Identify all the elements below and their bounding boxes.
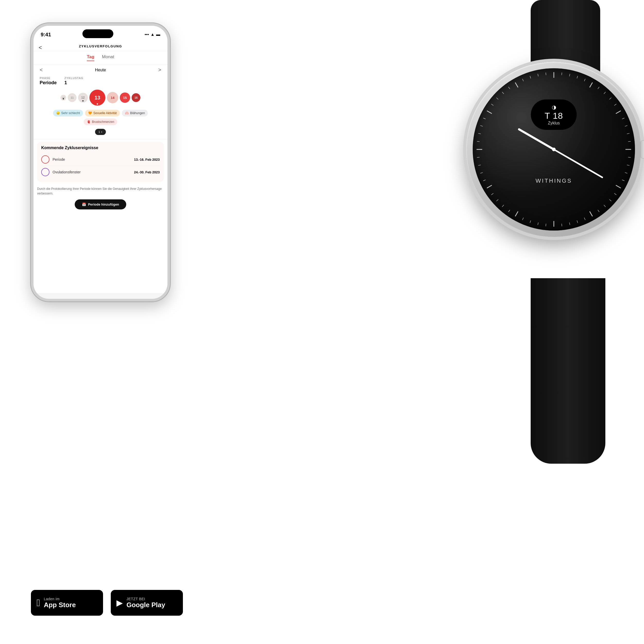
svg-line-39: [491, 193, 493, 195]
tab-row: Tag Monat: [33, 51, 167, 64]
symptom-sehr-schlecht[interactable]: 😞 Sehr schlecht: [53, 110, 83, 116]
svg-line-10: [616, 111, 621, 114]
zyklustag-value: 1: [64, 80, 67, 85]
hand-center: [552, 148, 556, 151]
symptom-blaehungen[interactable]: 🫁 Blähungen: [122, 110, 148, 116]
svg-line-9: [614, 104, 616, 106]
google-play-icon: ▶: [116, 598, 123, 608]
svg-line-22: [609, 199, 611, 201]
wifi-icon: ▲: [150, 32, 155, 37]
zyklustag-col: ZYKLUSTAG 1: [64, 77, 83, 86]
svg-line-40: [487, 185, 492, 188]
cycle-dot-13[interactable]: 13: [89, 90, 105, 106]
svg-line-53: [502, 92, 504, 94]
cycle-dot-16[interactable]: 16: [132, 93, 140, 102]
watch-mockup: ◑ T 18 Zyklus WITHINGS: [312, 0, 644, 464]
symptom-sexuelle[interactable]: 🧡 Sexuelle Aktivität: [85, 110, 120, 116]
svg-line-48: [480, 125, 483, 126]
svg-line-13: [627, 133, 630, 134]
svg-line-20: [616, 185, 621, 188]
google-badge-text: JETZT BEI Google Play: [126, 597, 165, 609]
svg-line-21: [614, 193, 616, 195]
svg-line-35: [515, 211, 518, 216]
google-badge-main: Google Play: [126, 601, 165, 609]
svg-line-54: [509, 87, 510, 89]
apple-badge-main: App Store: [44, 601, 76, 609]
divider: [33, 139, 167, 139]
svg-line-50: [487, 111, 492, 114]
bottom-btn-wrap: 📅 Periode hinzufügen: [33, 198, 167, 209]
svg-line-24: [598, 210, 599, 212]
info-text: Durch die Protokollierung Ihrer Periode …: [33, 184, 167, 198]
svg-line-16: [628, 157, 631, 157]
cycle-dot-12[interactable]: 12: [78, 93, 88, 103]
phone-mockup: 9:41 ▪▪▪ ▲ ▬ < ZYKLUSVERFOLGUNG Tag Mona…: [31, 23, 170, 301]
ovulation-icon: [41, 168, 49, 176]
svg-line-18: [625, 173, 628, 173]
apple-icon: : [37, 597, 40, 608]
phase-value: Periode: [40, 80, 57, 85]
symptom-label-3: Blähungen: [130, 111, 145, 115]
svg-line-36: [509, 210, 510, 212]
apple-badge[interactable]:  Laden im App Store: [31, 590, 103, 616]
phase-row: PHASE Periode ZYKLUSTAG 1: [33, 75, 167, 88]
svg-line-8: [609, 98, 611, 99]
dynamic-island: [82, 29, 113, 38]
svg-line-57: [530, 76, 531, 79]
symptom-tags: 😞 Sehr schlecht 🧡 Sexuelle Aktivität 🫁 B…: [33, 108, 167, 127]
svg-line-3: [577, 76, 578, 79]
tab-monat[interactable]: Monat: [102, 54, 114, 61]
status-icons: ▪▪▪ ▲ ▬: [145, 32, 160, 37]
svg-line-55: [515, 82, 518, 87]
svg-line-7: [604, 92, 606, 94]
cycle-dot-14[interactable]: 14: [107, 92, 118, 103]
zyklustag-label: ZYKLUSTAG: [64, 77, 83, 80]
svg-line-11: [622, 118, 624, 119]
svg-line-38: [496, 199, 498, 201]
watch-temp: T 18: [545, 111, 563, 121]
svg-line-32: [538, 223, 538, 225]
cycle-track: 10 11 12 13 14 15 16: [33, 88, 167, 108]
watch-face: ◑ T 18 Zyklus WITHINGS: [473, 68, 635, 231]
add-row: 1 +: [33, 127, 167, 137]
nav-today: Heute: [95, 68, 106, 72]
symptom-brustschmerzen[interactable]: 🫀 Brustschmerzen: [84, 118, 117, 125]
cycle-dot-15[interactable]: 15: [120, 92, 130, 103]
nav-prev[interactable]: <: [40, 67, 43, 73]
back-button[interactable]: <: [39, 44, 42, 51]
svg-line-37: [502, 205, 504, 207]
cycle-dot-11[interactable]: 11: [68, 93, 77, 102]
google-badge-sub: JETZT BEI: [126, 597, 165, 601]
cycle-dot-10[interactable]: 10: [61, 95, 66, 100]
signal-icon: ▪▪▪: [145, 32, 149, 37]
phase-col: PHASE Periode: [40, 77, 57, 86]
event-date-1: 13.-16. Feb 2023: [134, 158, 160, 162]
watch-case: ◑ T 18 Zyklus WITHINGS: [466, 62, 641, 237]
apple-badge-text: Laden im App Store: [44, 597, 76, 609]
upcoming-title: Kommende Zyklusereignisse: [41, 146, 160, 150]
app-screen: < ZYKLUSVERFOLGUNG Tag Monat < Heute > P…: [33, 41, 167, 293]
svg-line-25: [590, 211, 592, 216]
watch-crown: [640, 140, 644, 158]
svg-line-4: [584, 79, 585, 81]
heart-icon: 🧡: [88, 111, 92, 115]
breast-icon: 🫀: [87, 120, 91, 124]
phase-label: PHASE: [40, 77, 57, 80]
status-bar: 9:41 ▪▪▪ ▲ ▬: [33, 26, 167, 41]
plus-icon: +: [101, 130, 102, 133]
add-symptom-button[interactable]: 1 +: [95, 129, 106, 135]
google-badge[interactable]: ▶ JETZT BEI Google Play: [111, 590, 183, 616]
nav-next[interactable]: >: [158, 67, 161, 73]
watch-brand: WITHINGS: [473, 177, 635, 184]
svg-line-12: [625, 125, 628, 126]
app-title: ZYKLUSVERFOLGUNG: [79, 44, 122, 48]
badges-row:  Laden im App Store ▶ JETZT BEI Google …: [31, 590, 183, 616]
event-periode: Periode 13.-16. Feb 2023: [41, 153, 160, 166]
apple-badge-sub: Laden im: [44, 597, 76, 601]
svg-line-26: [584, 218, 585, 220]
add-periode-button[interactable]: 📅 Periode hinzufügen: [75, 199, 126, 209]
tab-tag[interactable]: Tag: [87, 54, 94, 61]
svg-line-2: [569, 74, 570, 77]
svg-line-58: [538, 74, 538, 77]
svg-line-34: [522, 218, 523, 220]
